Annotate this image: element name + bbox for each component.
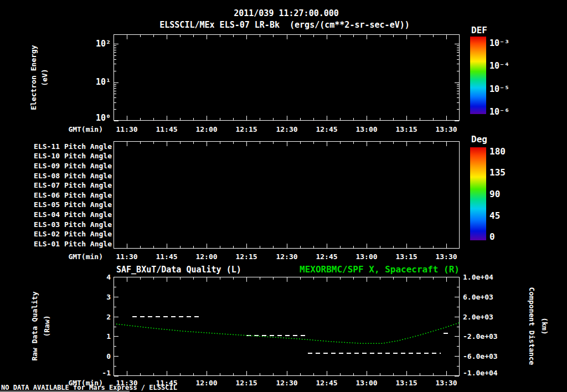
panel1-ylabel-units: (eV) [41,69,48,86]
x-tick-label: 12:00 [195,126,217,133]
panel3-left-ytick-label: 4 [106,274,111,281]
def-colorbar-tick-label: 10⁻⁶ [489,108,509,116]
els-row-label: ELS-07 Pitch Angle [34,182,112,189]
els-row-label: ELS-05 Pitch Angle [34,201,112,208]
x-tick-label: 12:00 [195,379,217,386]
panel3-right-ylabel: Component Distance [528,287,535,365]
x-tick-label: 12:45 [316,126,337,133]
panel3-right-ytick-label: -2.0e+03 [463,333,498,340]
panel3-right-ytick-label: 6.0e+03 [463,293,493,301]
els-row-label: ELS-08 Pitch Angle [34,172,112,179]
deg-colorbar-tick-label: 45 [489,212,500,220]
x-tick-label: 11:30 [116,379,137,386]
els-row-label: ELS-01 Pitch Angle [34,240,112,247]
panel3-right-ytick-label: -1.0e+04 [463,369,498,376]
x-tick-label: 12:30 [276,379,297,386]
panel3-left-ytick-label: -1 [102,369,111,376]
els-row-label: ELS-09 Pitch Angle [34,162,112,169]
panel3-left-ytick-label: 0 [106,353,111,360]
plot-title: ELSSCIL/MEx ELS-07 LR-Bk (ergs/(cm**2-sr… [159,21,410,29]
footer-underline [0,391,130,391]
x-tick-label: 12:45 [316,379,337,386]
x-tick-label: 13:30 [435,126,457,133]
x-tick-label: 11:45 [156,126,177,133]
x-tick-label: 11:45 [156,379,177,386]
x-tick-label: 13:00 [355,379,377,386]
x-tick-label: 12:45 [316,253,337,260]
gmt-label-panel2: GMT(min) [68,253,103,260]
deg-colorbar [470,147,486,240]
panel3-right-ytick-label: 2.0e+03 [463,313,493,321]
panel3-left-ylabel-units: (Raw) [43,315,50,337]
x-tick-label: 13:30 [435,253,457,260]
panel1-ylabel: Electron Energy [30,45,37,110]
def-colorbar-tick-label: 10⁻⁴ [489,62,509,70]
def-colorbar-title: DEF [471,26,487,35]
els-row-label: ELS-10 Pitch Angle [34,152,112,159]
x-tick-label: 12:30 [276,126,297,133]
x-tick-label: 13:00 [355,253,377,260]
x-tick-label: 12:30 [276,253,297,260]
x-tick-label: 13:00 [355,126,377,133]
panel3-right-ytick-label: 1.0e+04 [463,274,493,281]
panel3-right-ylabel-units: (km) [541,317,548,334]
x-tick-label: 12:15 [235,379,257,386]
panel3-left-ytick-label: 3 [106,293,111,301]
def-colorbar-tick-label: 10⁻³ [489,39,509,48]
x-tick-label: 11:30 [116,253,137,260]
els-row-label: ELS-04 Pitch Angle [34,211,112,218]
no-data-message: NO DATA AVAILABLE for Mars Express / ELS… [1,384,177,391]
panel1-ytick-label: 10¹ [96,78,111,86]
els-quicklook-screen: 2011/039 11:27:00.000 ELSSCIL/MEx ELS-07… [0,0,567,392]
x-tick-label: 11:45 [156,253,177,260]
x-tick-label: 13:15 [395,379,417,386]
panel3-left-title: SAF_BXuT/Data Quality (L) [116,266,241,274]
panel3-right-ytick-label: -6.0e+03 [463,353,498,360]
gmt-label-panel1: GMT(min) [68,126,103,133]
els-row-label: ELS-02 Pitch Angle [34,230,112,238]
def-colorbar-tick-label: 10⁻⁵ [489,85,509,94]
deg-colorbar-tick-label: 90 [489,190,500,199]
els-row-label: ELS-03 Pitch Angle [34,221,112,228]
x-tick-label: 13:15 [395,253,417,260]
x-tick-label: 11:30 [116,126,137,133]
els-row-label: ELS-11 Pitch Angle [34,143,112,150]
deg-colorbar-tick-label: 0 [489,233,495,241]
x-tick-label: 12:00 [195,253,217,260]
deg-colorbar-tick-label: 180 [489,147,506,156]
panel3-left-ylabel: Raw Data Quality [31,291,38,360]
panel3-right-title: MEXORBMC/SPF X, Spacecraft (R) [300,265,460,274]
panel3-left-ytick-label: 1 [106,333,111,340]
x-tick-label: 13:30 [435,379,457,386]
panel3-left-ytick-label: 2 [106,313,111,321]
deg-colorbar-title: Deg [471,135,487,144]
spacecraft-distance-curve [116,323,460,344]
timestamp: 2011/039 11:27:00.000 [234,9,339,18]
x-tick-label: 13:15 [395,126,417,133]
x-tick-label: 12:15 [235,126,257,133]
panel1-ytick-label: 10⁰ [96,114,111,122]
els-row-label: ELS-06 Pitch Angle [34,192,112,199]
deg-colorbar-tick-label: 135 [489,168,506,177]
def-colorbar [470,37,486,114]
x-tick-label: 12:15 [235,253,257,260]
panel1-ytick-label: 10² [96,40,111,48]
